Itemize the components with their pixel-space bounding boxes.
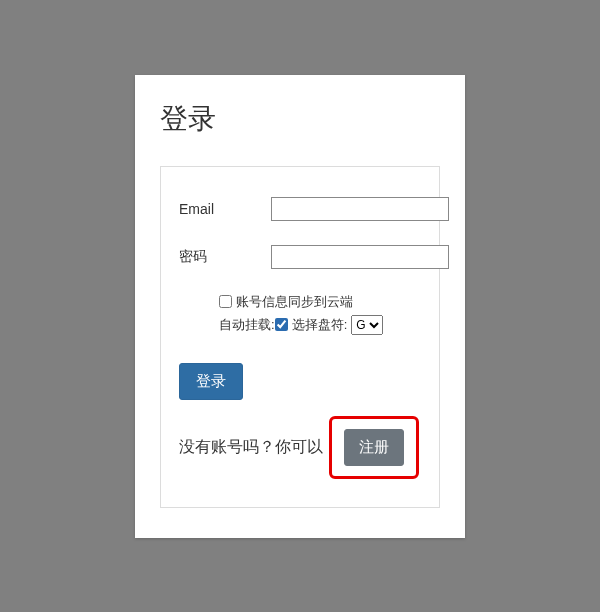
register-prompt: 没有账号吗？你可以 bbox=[179, 437, 323, 458]
register-button[interactable]: 注册 bbox=[344, 429, 404, 466]
auto-mount-label: 自动挂载: bbox=[219, 316, 275, 334]
select-drive-checkbox[interactable] bbox=[275, 318, 288, 331]
email-label: Email bbox=[179, 201, 271, 217]
select-drive-label: 选择盘符: bbox=[292, 316, 348, 334]
drive-select[interactable]: G bbox=[351, 315, 383, 335]
login-form-panel: Email 密码 账号信息同步到云端 自动挂载: 选择盘符: G 登录 没有 bbox=[160, 166, 440, 508]
email-row: Email bbox=[179, 197, 421, 221]
login-button[interactable]: 登录 bbox=[179, 363, 243, 400]
register-line: 没有账号吗？你可以 注册 bbox=[179, 416, 421, 479]
options-block: 账号信息同步到云端 自动挂载: 选择盘符: G bbox=[219, 293, 421, 335]
password-row: 密码 bbox=[179, 245, 421, 269]
email-input[interactable] bbox=[271, 197, 449, 221]
password-input[interactable] bbox=[271, 245, 449, 269]
sync-cloud-checkbox[interactable] bbox=[219, 295, 232, 308]
login-card: 登录 Email 密码 账号信息同步到云端 自动挂载: 选择盘符: G bbox=[135, 75, 465, 538]
page-title: 登录 bbox=[160, 100, 440, 138]
auto-mount-option: 自动挂载: 选择盘符: G bbox=[219, 315, 421, 335]
register-highlight-box: 注册 bbox=[329, 416, 419, 479]
sync-cloud-option: 账号信息同步到云端 bbox=[219, 293, 421, 311]
sync-cloud-label: 账号信息同步到云端 bbox=[236, 293, 353, 311]
password-label: 密码 bbox=[179, 248, 271, 266]
